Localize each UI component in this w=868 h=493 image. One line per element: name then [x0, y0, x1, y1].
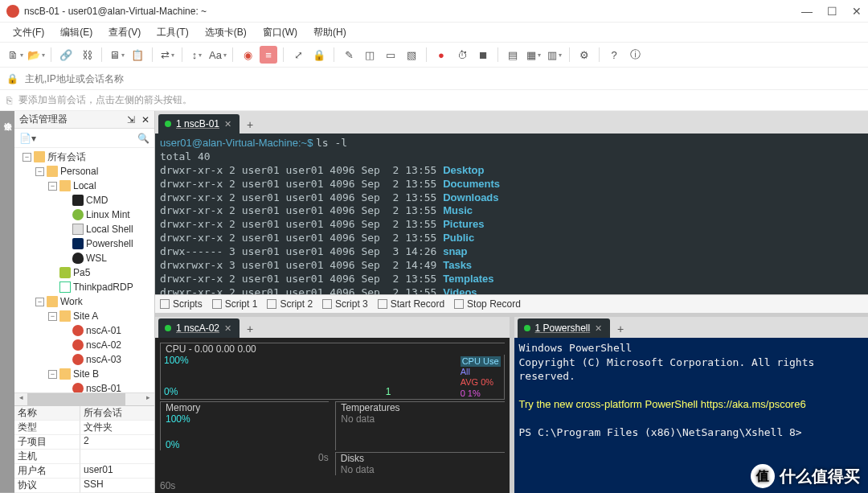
panel-close-icon[interactable]: ✕: [141, 114, 149, 125]
disconnect-icon[interactable]: ⛓: [78, 46, 96, 64]
pin-icon[interactable]: ⇲: [127, 114, 135, 125]
start-record-button[interactable]: Start Record: [378, 298, 444, 310]
reconnect-icon[interactable]: 🔗: [57, 46, 75, 64]
view3-icon[interactable]: ▥: [546, 46, 563, 64]
tree-item-pa5[interactable]: Pa5: [14, 265, 154, 280]
menu-file[interactable]: 文件(F): [6, 24, 51, 41]
tree-item-wsl[interactable]: WSL: [14, 251, 154, 265]
settings-icon[interactable]: ⚙: [575, 46, 593, 64]
edit-icon[interactable]: ✎: [340, 46, 358, 64]
new-session-icon[interactable]: 🗎: [6, 46, 24, 64]
menu-window[interactable]: 窗口(W): [256, 24, 304, 41]
address-input[interactable]: [25, 73, 862, 84]
tree-work[interactable]: −Work: [14, 294, 154, 309]
tree-item-nsca01[interactable]: nscA-01: [14, 323, 154, 338]
search-icon[interactable]: 🔍: [137, 133, 149, 144]
menu-edit[interactable]: 编辑(E): [54, 24, 99, 41]
property-table: 名称所有会话 类型文件夹 子项目2 主机 用户名user01 协议SSH: [14, 405, 154, 493]
separator: [283, 47, 284, 62]
sidetab-quickcmd[interactable]: 快速命令: [0, 111, 14, 493]
tab-powershell[interactable]: 1 Powershell ✕: [518, 318, 611, 338]
prop-proto-v: SSH: [80, 479, 154, 493]
fullscreen-icon[interactable]: ⤢: [289, 46, 307, 64]
tab-close-icon[interactable]: ✕: [224, 323, 231, 334]
copy-icon[interactable]: 📋: [129, 46, 146, 64]
terminal-main[interactable]: user01@alan-Virtual-Machine:~$ ls -l tot…: [155, 134, 868, 294]
view2-icon[interactable]: ▦: [525, 46, 542, 64]
menu-tabs[interactable]: 选项卡(B): [199, 24, 253, 41]
scripts-button[interactable]: Scripts: [160, 298, 203, 310]
tab-label: 1 Powershell: [535, 323, 591, 334]
transfer-icon[interactable]: ⇄: [158, 46, 176, 64]
tree-root[interactable]: −所有会话: [14, 150, 154, 164]
add-session-icon[interactable]: ⎘: [6, 95, 12, 106]
tile-icon[interactable]: ↕: [188, 46, 206, 64]
minimize-button[interactable]: —: [801, 5, 813, 18]
menu-view[interactable]: 查看(V): [102, 24, 147, 41]
tree-item-thinkpad[interactable]: ThinkpadRDP: [14, 280, 154, 294]
local-shell-icon[interactable]: 🖥: [108, 46, 125, 64]
new-doc-icon[interactable]: 📄▾: [19, 133, 36, 144]
pane-nsca02: 1 nscA-02 ✕ + CPU - 0.00 0.00 0.00 100% …: [155, 317, 510, 493]
new-tab-button[interactable]: +: [241, 116, 259, 134]
maximize-button[interactable]: ☐: [827, 5, 837, 18]
system-monitor[interactable]: CPU - 0.00 0.00 0.00 100% 0% 1 CPU Use A…: [155, 338, 510, 493]
tab-close-icon[interactable]: ✕: [595, 323, 602, 334]
list-icon[interactable]: ≡: [260, 46, 277, 64]
cpu-gauge: 100% 0% 1 CPU Use All AVG 0% 0 1%: [160, 355, 505, 400]
tree-item-nsca02[interactable]: nscA-02: [14, 338, 154, 352]
font-icon[interactable]: Aa: [209, 46, 227, 64]
stop-record-button[interactable]: Stop Record: [454, 298, 521, 310]
tree-item-localshell[interactable]: Local Shell: [14, 222, 154, 236]
tree-item-powershell[interactable]: Powershell: [14, 236, 154, 251]
temp-title: Temperatures: [341, 402, 399, 413]
separator: [334, 47, 334, 62]
menu-help[interactable]: 帮助(H): [307, 24, 353, 41]
tab-nsca02[interactable]: 1 nscA-02 ✕: [158, 318, 240, 338]
swirl-icon[interactable]: ◉: [239, 46, 256, 64]
script2-button[interactable]: Script 2: [267, 298, 313, 310]
window-close-button[interactable]: ✕: [852, 5, 862, 18]
menu-tools[interactable]: 工具(T): [150, 24, 194, 41]
timer-icon[interactable]: ⏱: [453, 46, 471, 64]
tree-personal[interactable]: −Personal: [14, 164, 154, 179]
status-dot-icon: [524, 325, 530, 331]
tree-item-mint[interactable]: Linux Mint: [14, 207, 154, 222]
record-icon[interactable]: ●: [432, 46, 450, 64]
memory-section: Memory 100% 0%: [160, 401, 329, 450]
layout2-icon[interactable]: ▧: [403, 46, 420, 64]
gauge-100: 100%: [164, 355, 189, 366]
help-icon[interactable]: ?: [605, 46, 623, 64]
separator: [426, 47, 427, 62]
tree-item-cmd[interactable]: CMD: [14, 193, 154, 207]
erase-icon[interactable]: ◫: [361, 46, 379, 64]
info-icon[interactable]: ⓘ: [626, 46, 644, 64]
tab-nscb01[interactable]: 1 nscB-01 ✕: [158, 114, 240, 134]
new-tab-button[interactable]: +: [241, 320, 259, 338]
tree-item-nsca03[interactable]: nscA-03: [14, 352, 154, 367]
view1-icon[interactable]: ▤: [504, 46, 522, 64]
prop-hdr-value[interactable]: 所有会话: [80, 406, 154, 421]
tree-sitea[interactable]: −Site A: [14, 309, 154, 323]
tab-label: 1 nscB-01: [176, 118, 219, 129]
gauge-1: 1: [386, 386, 391, 397]
open-session-icon[interactable]: 📂: [27, 46, 45, 64]
layout1-icon[interactable]: ▭: [382, 46, 399, 64]
prop-proto-k: 协议: [14, 479, 80, 493]
tree-local[interactable]: −Local: [14, 179, 154, 193]
status-dot-icon: [165, 121, 171, 127]
menu-bar: 文件(F) 编辑(E) 查看(V) 工具(T) 选项卡(B) 窗口(W) 帮助(…: [0, 23, 868, 42]
prop-type-v: 文件夹: [80, 421, 154, 435]
script1-button[interactable]: Script 1: [212, 298, 258, 310]
lock-icon[interactable]: 🔒: [310, 46, 328, 64]
stop-icon[interactable]: ⏹: [474, 46, 492, 64]
script3-button[interactable]: Script 3: [322, 298, 368, 310]
tree-item-nscb01[interactable]: nscB-01: [14, 381, 154, 392]
tree-siteb[interactable]: −Site B: [14, 367, 154, 381]
tab-close-icon[interactable]: ✕: [224, 119, 231, 129]
tree-hscroll[interactable]: ◂▸: [14, 392, 154, 405]
session-tree[interactable]: −所有会话 −Personal −Local CMD Linux Mint Lo…: [14, 148, 154, 392]
prop-hdr-name[interactable]: 名称: [14, 406, 80, 421]
new-tab-button[interactable]: +: [612, 320, 629, 338]
prop-host-v: [80, 450, 154, 464]
